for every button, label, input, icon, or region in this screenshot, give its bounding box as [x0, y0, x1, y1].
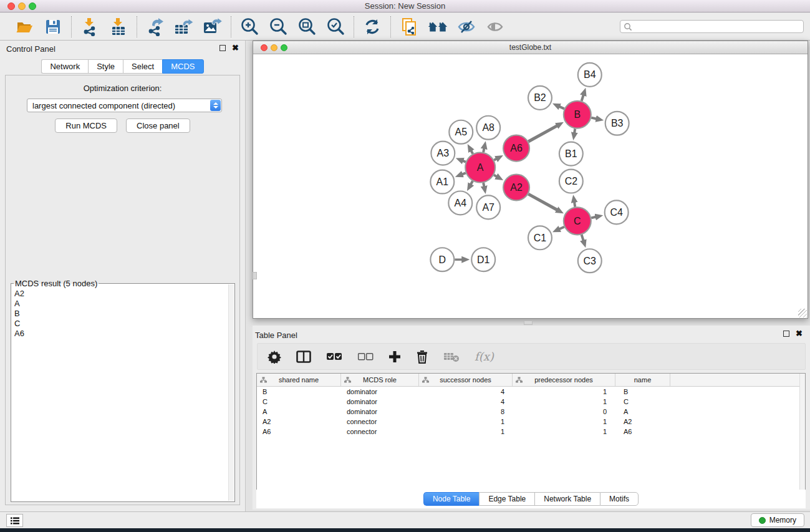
network-canvas[interactable]: B4B2BB3A5A8A6A3AB1A1A2C2A4A7C4C1CDD1C3 — [253, 54, 808, 318]
table-row[interactable]: A2connector11A2 — [257, 417, 805, 427]
node-A5[interactable]: A5 — [449, 120, 473, 144]
table-cell[interactable]: dominator — [341, 408, 419, 415]
result-item[interactable]: A6 — [14, 329, 227, 339]
node-B1[interactable]: B1 — [559, 142, 583, 166]
edge-B-B1[interactable] — [574, 128, 575, 133]
node-C[interactable]: C — [564, 207, 591, 235]
memory-button[interactable]: Memory — [751, 513, 804, 527]
table-cell[interactable]: dominator — [341, 398, 419, 405]
table-body[interactable]: Bdominator41BCdominator41CAdominator80AA… — [257, 387, 805, 437]
edge-A-A6[interactable] — [494, 158, 497, 160]
edge-C-C4[interactable] — [591, 217, 596, 218]
edge-A-A7[interactable] — [483, 183, 484, 187]
close-window-button[interactable] — [7, 2, 15, 10]
table-cell[interactable]: 1 — [419, 418, 513, 425]
result-scrollbar[interactable] — [228, 284, 234, 501]
search-input[interactable] — [632, 22, 803, 31]
node-B2[interactable]: B2 — [528, 86, 552, 110]
edge-A-A3[interactable] — [462, 160, 466, 162]
minimize-window-button[interactable] — [18, 2, 26, 10]
task-history-button[interactable] — [6, 514, 23, 527]
tab-motifs[interactable]: Motifs — [600, 492, 639, 506]
edge-A-A4[interactable] — [470, 181, 473, 185]
refresh-layout-icon[interactable] — [362, 17, 382, 37]
table-cell[interactable]: 1 — [513, 428, 615, 435]
table-cell[interactable]: A6 — [615, 428, 670, 435]
table-cell[interactable]: 0 — [513, 408, 615, 415]
vertical-splitter-handle[interactable] — [253, 272, 257, 279]
float-panel-icon[interactable] — [219, 45, 226, 51]
show-graphics-details-icon[interactable] — [485, 17, 505, 37]
import-table-icon[interactable] — [108, 17, 128, 37]
edge-A-A8[interactable] — [483, 148, 484, 152]
import-network-icon[interactable] — [80, 17, 100, 37]
edge-B-B4[interactable] — [582, 94, 584, 101]
function-builder-icon[interactable]: f(x) — [475, 347, 494, 366]
table-row[interactable]: A6connector11A6 — [257, 427, 805, 437]
table-cell[interactable]: A6 — [257, 428, 341, 435]
zoom-out-icon[interactable] — [268, 17, 288, 37]
table-cell[interactable]: 4 — [419, 398, 513, 405]
result-item[interactable]: C — [14, 319, 227, 329]
table-cell[interactable]: connector — [341, 418, 419, 425]
tab-style[interactable]: Style — [88, 59, 123, 74]
column-header-MCDS-role[interactable]: MCDS role — [341, 374, 419, 386]
delete-column-icon[interactable] — [416, 347, 428, 366]
table-close-panel-icon[interactable]: ✖ — [796, 331, 803, 337]
table-cell[interactable]: A2 — [257, 418, 341, 425]
table-cell[interactable]: C — [257, 398, 341, 405]
table-cell[interactable]: 4 — [419, 388, 513, 395]
node-D[interactable]: D — [430, 248, 454, 271]
search-field[interactable] — [620, 20, 804, 33]
result-item[interactable]: A — [14, 299, 227, 309]
duplicate-network-icon[interactable] — [399, 17, 419, 37]
criterion-select[interactable]: largest connected component (directed) — [27, 99, 222, 112]
node-B[interactable]: B — [564, 101, 591, 128]
node-C3[interactable]: C3 — [578, 249, 602, 273]
node-A3[interactable]: A3 — [431, 142, 455, 165]
table-cell[interactable]: B — [615, 388, 670, 395]
table-cell[interactable]: C — [615, 398, 670, 405]
tab-mcds[interactable]: MCDS — [162, 59, 203, 74]
mcds-result-list[interactable]: A2ABCA6 — [14, 289, 227, 500]
node-B3[interactable]: B3 — [605, 112, 629, 135]
select-all-icon[interactable] — [326, 347, 342, 366]
export-network-icon[interactable] — [145, 17, 165, 37]
table-cell[interactable]: A — [257, 408, 341, 415]
table-row[interactable]: Bdominator41B — [257, 387, 805, 397]
network-close-button[interactable] — [261, 44, 268, 51]
add-column-icon[interactable] — [388, 347, 401, 366]
result-item[interactable]: B — [14, 309, 227, 319]
table-row[interactable]: Adominator80A — [257, 407, 805, 417]
node-A8[interactable]: A8 — [476, 116, 500, 140]
delete-table-icon[interactable] — [443, 347, 460, 366]
hide-graphics-details-icon[interactable] — [456, 17, 476, 37]
edge-C-C1[interactable] — [559, 227, 564, 230]
close-panel-icon[interactable]: ✖ — [232, 45, 239, 51]
table-header[interactable]: shared nameMCDS rolesuccessor nodesprede… — [257, 374, 805, 387]
table-cell[interactable]: 1 — [513, 388, 615, 395]
tab-network-table[interactable]: Network Table — [534, 492, 600, 506]
edge-A-A1[interactable] — [461, 173, 466, 175]
node-D1[interactable]: D1 — [471, 248, 495, 271]
node-C4[interactable]: C4 — [605, 200, 629, 224]
zoom-fit-icon[interactable] — [297, 17, 317, 37]
column-header-shared-name[interactable]: shared name — [257, 374, 341, 386]
unselect-all-icon[interactable] — [357, 347, 374, 366]
table-settings-icon[interactable] — [268, 347, 281, 366]
result-item[interactable]: A2 — [14, 289, 227, 299]
table-row[interactable]: Cdominator41C — [257, 397, 805, 407]
export-image-icon[interactable] — [203, 17, 223, 37]
zoom-in-icon[interactable] — [239, 17, 259, 37]
table-cell[interactable]: 1 — [513, 418, 615, 425]
node-A1[interactable]: A1 — [430, 170, 454, 194]
tab-node-table[interactable]: Node Table — [423, 492, 480, 506]
table-cell[interactable]: 8 — [419, 408, 513, 415]
network-minimize-button[interactable] — [271, 44, 277, 51]
table-cell[interactable]: dominator — [341, 388, 419, 395]
column-header-name[interactable]: name — [615, 374, 670, 386]
table-float-panel-icon[interactable] — [783, 331, 789, 337]
home-icon[interactable] — [428, 17, 448, 37]
column-header-predecessor-nodes[interactable]: predecessor nodes — [513, 374, 615, 386]
edge-B-B2[interactable] — [559, 106, 564, 109]
